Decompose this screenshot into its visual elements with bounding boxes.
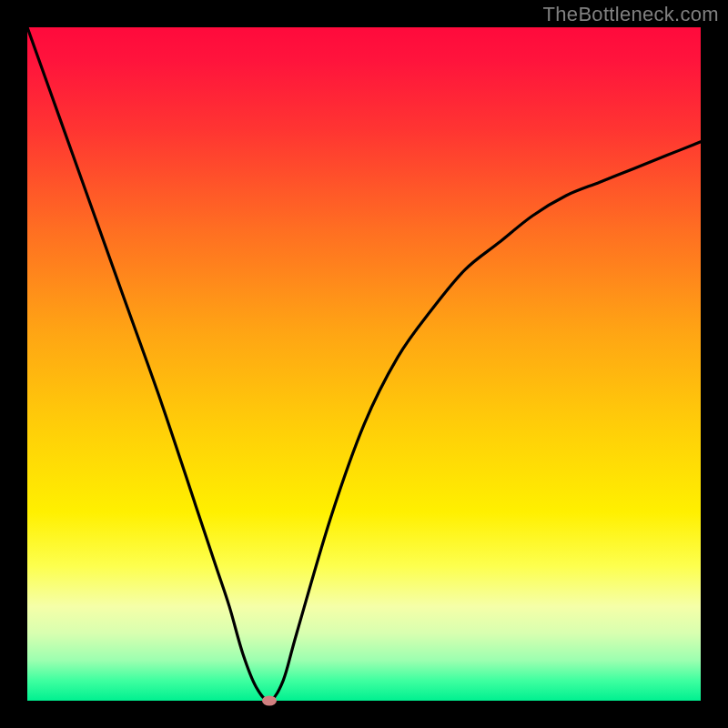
chart-plot-area: [27, 27, 701, 701]
optimal-point-marker: [262, 696, 277, 706]
watermark-text: TheBottleneck.com: [543, 3, 719, 26]
chart-svg: [27, 27, 701, 701]
bottleneck-curve: [27, 27, 701, 701]
